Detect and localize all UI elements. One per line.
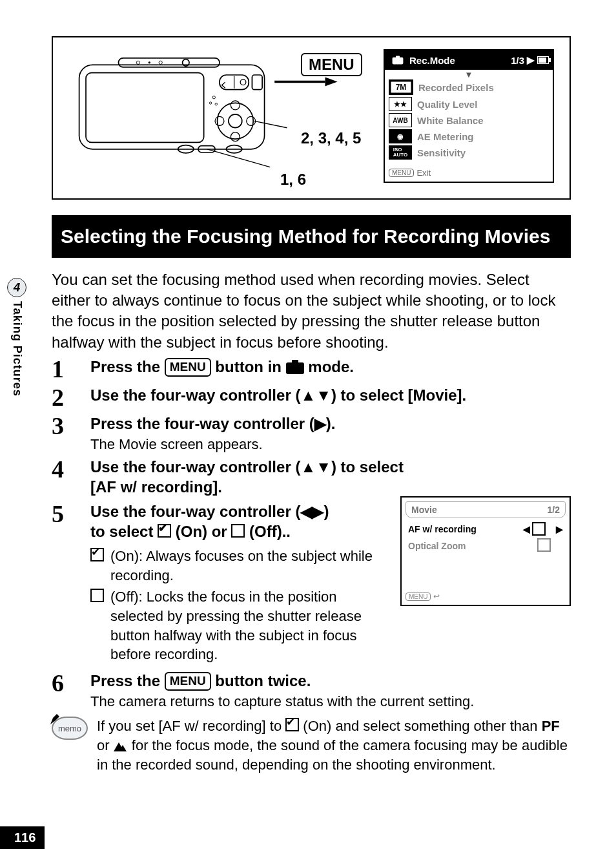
left-arrow-icon: ◀ — [523, 524, 530, 534]
lead-2345: 2, 3, 4, 5 — [301, 129, 361, 147]
svg-point-3 — [149, 61, 150, 63]
step-title-line2: to select (On) or (Off).. — [90, 521, 387, 541]
lcd-recmode-page: 1/3 — [511, 55, 524, 66]
step-title: Press the MENU button in mode. — [90, 357, 571, 377]
svg-point-18 — [209, 102, 211, 104]
text: If you set [AF w/ recording] to — [97, 718, 285, 734]
lcd-movie-page: 1/2 — [548, 505, 560, 515]
lcd-recmode-titlebar: Rec.Mode 1/3 ▶ — [385, 50, 553, 70]
intro-paragraph: You can set the focusing method used whe… — [52, 269, 571, 353]
lcd-row-icon: ◉ — [389, 129, 412, 143]
down-arrow-icon: ▼ — [389, 72, 549, 78]
lcd-row: ISOAUTO Sensitivity — [389, 145, 549, 160]
lcd-row-icon: AWB — [389, 113, 412, 127]
lcd-row-icon: ISOAUTO — [389, 145, 412, 160]
step-title: Press the four-way controller (▶). — [90, 414, 571, 434]
return-arrow-icon: ↩ — [433, 592, 440, 601]
camera-diagram: MENU 2, 3, 4, 5 1, 6 — [68, 49, 371, 181]
battery-icon — [537, 56, 549, 64]
lcd-movie-row-label: Optical Zoom — [408, 541, 466, 551]
checkbox-on-icon — [158, 524, 171, 538]
step-number: 6 — [52, 671, 75, 695]
lcd-movie-row: Optical Zoom — [402, 537, 570, 554]
lcd-recmode-foot: MENU Exit — [385, 167, 553, 182]
step-title: Use the four-way controller (▲▼) to sele… — [90, 457, 426, 497]
step-number: 1 — [52, 357, 75, 381]
svg-point-2 — [136, 61, 139, 64]
text: (On) and select something other than — [303, 718, 541, 734]
svg-point-15 — [215, 116, 224, 125]
text: mode. — [308, 358, 354, 375]
svg-point-4 — [159, 61, 162, 64]
svg-rect-6 — [86, 73, 204, 143]
lcd-camera-icon: Rec.Mode — [389, 53, 455, 67]
memo-text: If you set [AF w/ recording] to (On) and… — [97, 717, 571, 774]
svg-marker-26 — [325, 77, 337, 86]
svg-point-12 — [229, 114, 242, 128]
selector-icons: ◀ ▶ — [523, 522, 563, 536]
text: button in — [215, 358, 285, 375]
lcd-recmode-title: Rec.Mode — [409, 55, 455, 66]
lcd-row-icon: 7M — [389, 79, 413, 95]
step: 1 Press the MENU button in mode. — [52, 357, 571, 381]
lcd-row: ◉ AE Metering — [389, 129, 549, 143]
checkbox-off-icon — [537, 538, 551, 552]
step-sub: The Movie screen appears. — [90, 436, 571, 453]
lcd-row-label: White Balance — [417, 115, 484, 126]
step-number: 5 — [52, 501, 75, 526]
text: to select — [90, 523, 158, 540]
lcd-recmode: Rec.Mode 1/3 ▶ ▼ 7M Recorded Pixels — [384, 49, 554, 183]
step-number: 3 — [52, 414, 75, 438]
checkbox-on-icon — [285, 718, 299, 731]
pf-label: PF — [542, 718, 560, 734]
step: 3 Press the four-way controller (▶). The… — [52, 414, 571, 453]
lcd-exit-label: Exit — [416, 168, 431, 178]
lcd-row-label: Sensitivity — [417, 147, 466, 158]
lcd-row-label: Quality Level — [417, 99, 477, 110]
text: (On) or — [176, 523, 232, 540]
step-title-line1: Use the four-way controller (◀▶) — [90, 501, 387, 521]
top-diagram: MENU 2, 3, 4, 5 1, 6 Rec.Mode 1/3 ▶ — [52, 36, 571, 200]
svg-rect-10 — [252, 75, 262, 90]
lcd-movie-row: AF w/ recording ◀ ▶ — [402, 521, 570, 537]
bullet-off-text: (Off): Locks the focus in the position s… — [110, 587, 387, 664]
svg-rect-0 — [79, 65, 265, 149]
text: or — [97, 737, 114, 753]
step-number: 4 — [52, 457, 75, 481]
bullet-on-text: (On): Always focuses on the subject whil… — [110, 547, 387, 585]
svg-point-14 — [231, 132, 240, 142]
step: 4 Use the four-way controller (▲▼) to se… — [52, 457, 571, 497]
memo-icon: memo — [52, 717, 88, 740]
step-number: 2 — [52, 385, 75, 410]
lcd-row-label: AE Metering — [417, 131, 474, 142]
svg-point-9 — [240, 79, 246, 85]
lcd-row: ★★ Quality Level — [389, 97, 549, 111]
lcd-row: 7M Recorded Pixels — [389, 79, 549, 95]
right-arrow-icon: ▶ — [527, 54, 535, 66]
step-title: Use the four-way controller (▲▼) to sele… — [90, 385, 571, 405]
lead-16: 1, 6 — [280, 171, 306, 189]
step-sub: The camera returns to capture status wit… — [90, 693, 571, 710]
svg-point-16 — [247, 116, 256, 125]
lcd-row-icon: ★★ — [389, 97, 412, 111]
memo-block: memo If you set [AF w/ recording] to (On… — [52, 717, 571, 774]
svg-rect-1 — [118, 58, 220, 67]
checkbox-on-icon — [90, 548, 104, 561]
lcd-movie-titlebar: Movie 1/2 — [406, 501, 566, 518]
text: Press the — [90, 358, 165, 375]
menu-button-label: MENU — [165, 672, 211, 691]
capture-mode-icon — [286, 360, 304, 374]
text: Press the — [90, 672, 165, 689]
checkbox-off-icon — [90, 589, 104, 602]
checkbox-off-icon — [532, 522, 546, 536]
mountain-icon — [114, 740, 128, 751]
section-heading: Selecting the Focusing Method for Record… — [52, 215, 571, 258]
svg-line-24 — [254, 121, 287, 127]
lcd-movie-foot: MENU ↩ — [402, 591, 570, 605]
lcd-movie-row-label: AF w/ recording — [408, 524, 477, 534]
pencil-icon — [49, 711, 62, 726]
svg-point-17 — [212, 96, 215, 99]
svg-point-11 — [218, 103, 254, 139]
text: for the focus mode, the sound of the cam… — [97, 737, 568, 773]
text: button twice. — [215, 672, 311, 689]
